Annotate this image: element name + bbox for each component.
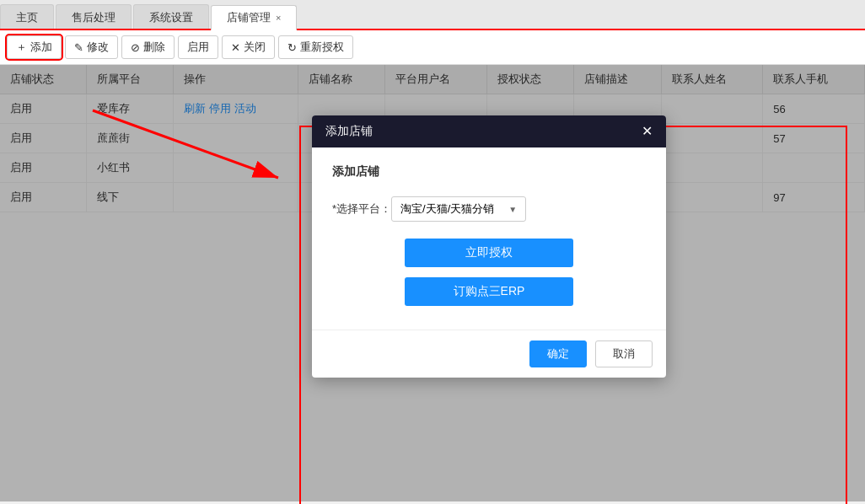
tab-settings-label: 系统设置 bbox=[149, 10, 193, 25]
tab-home[interactable]: 主页 bbox=[0, 4, 54, 29]
reauth-button[interactable]: ↻ 重新授权 bbox=[278, 35, 353, 59]
chevron-down-icon: ▼ bbox=[508, 205, 517, 214]
platform-select-value: 淘宝/天猫/天猫分销 bbox=[400, 201, 494, 217]
reauth-label: 重新授权 bbox=[300, 40, 344, 55]
platform-label: *选择平台： bbox=[332, 201, 391, 217]
cancel-button[interactable]: 取消 bbox=[595, 340, 653, 367]
add-button[interactable]: ＋ 添加 bbox=[7, 35, 62, 59]
platform-select[interactable]: 淘宝/天猫/天猫分销 ▼ bbox=[391, 196, 526, 222]
modal-close-button[interactable]: ✕ bbox=[642, 125, 653, 138]
add-label: 添加 bbox=[30, 40, 52, 55]
modal-title: 添加店铺 bbox=[325, 124, 373, 139]
edit-icon: ✎ bbox=[74, 41, 83, 54]
tab-store-close[interactable]: × bbox=[276, 13, 281, 23]
edit-button[interactable]: ✎ 修改 bbox=[65, 35, 118, 59]
delete-icon: ⊘ bbox=[131, 41, 140, 54]
toolbar: ＋ 添加 ✎ 修改 ⊘ 删除 启用 ✕ 关闭 ↻ 重新授权 bbox=[0, 30, 865, 65]
tab-settings[interactable]: 系统设置 bbox=[133, 4, 209, 29]
tab-store[interactable]: 店铺管理 × bbox=[211, 5, 297, 30]
modal-section-title: 添加店铺 bbox=[332, 164, 646, 180]
close-icon: ✕ bbox=[231, 41, 240, 54]
delete-button[interactable]: ⊘ 删除 bbox=[121, 35, 175, 59]
confirm-button[interactable]: 确定 bbox=[529, 340, 587, 367]
modal-body: 添加店铺 *选择平台： 淘宝/天猫/天猫分销 ▼ 立即授权 订购点三ERP bbox=[312, 147, 666, 330]
authorize-button[interactable]: 立即授权 bbox=[405, 239, 573, 267]
plus-icon: ＋ bbox=[16, 40, 27, 55]
modal-header: 添加店铺 ✕ bbox=[312, 115, 666, 147]
tab-aftersale-label: 售后处理 bbox=[72, 10, 116, 25]
platform-form-row: *选择平台： 淘宝/天猫/天猫分销 ▼ bbox=[332, 196, 646, 222]
enable-button[interactable]: 启用 bbox=[178, 35, 218, 59]
main-content: 店铺状态 所属平台 操作 店铺名称 平台用户名 授权状态 店铺描述 联系人姓名 … bbox=[0, 65, 865, 501]
tab-store-label: 店铺管理 bbox=[227, 10, 271, 25]
modal-footer: 确定 取消 bbox=[312, 330, 666, 378]
tab-aftersale[interactable]: 售后处理 bbox=[56, 4, 132, 29]
enable-label: 启用 bbox=[187, 40, 209, 55]
close-button[interactable]: ✕ 关闭 bbox=[222, 35, 275, 59]
order-erp-button[interactable]: 订购点三ERP bbox=[405, 277, 573, 306]
tab-bar: 主页 售后处理 系统设置 店铺管理 × bbox=[0, 0, 865, 30]
tab-home-label: 主页 bbox=[16, 10, 38, 25]
delete-label: 删除 bbox=[143, 40, 165, 55]
add-store-modal: 添加店铺 ✕ 添加店铺 *选择平台： 淘宝/天猫/天猫分销 ▼ 立即授权 订购点… bbox=[312, 115, 666, 378]
refresh-icon: ↻ bbox=[287, 41, 297, 54]
edit-label: 修改 bbox=[87, 40, 109, 55]
close-label: 关闭 bbox=[244, 40, 266, 55]
